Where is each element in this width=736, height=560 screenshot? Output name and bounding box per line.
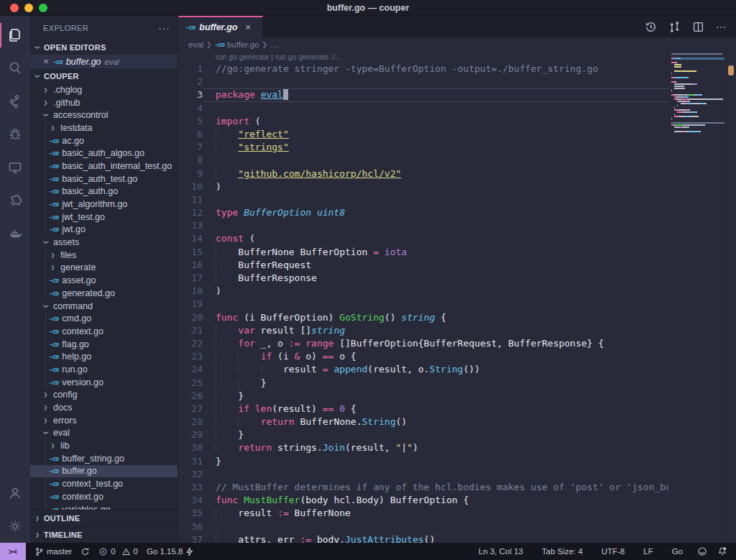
tree-file-basic_auth_algos.go[interactable]: -cobasic_auth_algos.go [30, 147, 178, 160]
code-line: 11 [178, 193, 736, 206]
line-number: 20 [178, 311, 203, 324]
tree-file-version.go[interactable]: -coversion.go [30, 376, 178, 389]
tree-file-cmd.go[interactable]: -cocmd.go [30, 312, 178, 325]
tree-file-help.go[interactable]: -cohelp.go [30, 350, 178, 363]
tree-file-basic_auth_test.go[interactable]: -cobasic_auth_test.go [30, 173, 178, 185]
sync-button[interactable] [76, 543, 94, 560]
tree-folder-eval[interactable]: ❯eval [30, 427, 178, 440]
tree-file-context.go[interactable]: -cocontext.go [30, 325, 178, 338]
accounts-icon[interactable] [0, 477, 30, 510]
tree-file-jwt.go[interactable]: -cojwt.go [30, 224, 178, 237]
cursor-position[interactable]: Ln 3, Col 13 [474, 543, 528, 560]
explorer-sidebar: EXPLORER ··· ❯ OPEN EDITORS ✕ -co buffer… [30, 16, 178, 543]
tree-folder-accesscontrol[interactable]: ❯accesscontrol [30, 109, 178, 121]
tree-file-jwt_test.go[interactable]: -cojwt_test.go [30, 211, 178, 224]
line-number: 22 [178, 337, 203, 350]
zoom-window-button[interactable] [39, 4, 47, 12]
tree-folder-testdata[interactable]: ❯testdata [30, 121, 178, 134]
tree-file-run.go[interactable]: -corun.go [30, 363, 178, 376]
explorer-more-actions-icon[interactable]: ··· [158, 22, 170, 34]
breadcrumb-folder[interactable]: eval [188, 40, 203, 49]
search-icon[interactable] [0, 52, 30, 85]
go-file-icon: -co [49, 277, 58, 284]
overview-ruler[interactable] [726, 51, 736, 543]
notifications-bell-icon[interactable] [717, 546, 727, 556]
line-number: 17 [178, 272, 203, 285]
close-icon[interactable]: ✕ [43, 58, 49, 65]
chevron-right-icon: ❯ [49, 124, 57, 132]
tree-item-label: ac.go [62, 136, 84, 146]
open-editor-item[interactable]: ✕ -co buffer.go eval [30, 55, 178, 68]
tree-folder-.github[interactable]: ❯.github [30, 96, 178, 109]
remote-indicator[interactable]: >< [0, 543, 26, 560]
tree-folder-errors[interactable]: ❯errors [30, 414, 178, 427]
tree-folder-config[interactable]: ❯config [30, 389, 178, 402]
tree-file-asset.go[interactable]: -coasset.go [30, 274, 178, 287]
line-number: 3 [178, 88, 203, 101]
minimize-window-button[interactable] [24, 4, 33, 12]
tree-folder-command[interactable]: ❯command [30, 300, 178, 313]
tree-file-jwt_algorithm.go[interactable]: -cojwt_algorithm.go [30, 198, 178, 211]
problems-item[interactable]: 0 0 [94, 543, 142, 560]
explorer-icon[interactable] [0, 19, 30, 52]
tree-file-buffer_string.go[interactable]: -cobuffer_string.go [30, 452, 178, 465]
go-file-icon: -co [49, 480, 58, 487]
breadcrumb-file[interactable]: buffer.go [227, 40, 259, 49]
tree-folder-docs[interactable]: ❯docs [30, 401, 178, 414]
tree-folder-files[interactable]: ❯files [30, 249, 178, 262]
source-control-icon[interactable] [0, 85, 30, 118]
codelens-link[interactable]: run go generate | run go generate ./... [178, 51, 736, 63]
tree-item-label: files [60, 250, 76, 260]
docker-icon[interactable] [0, 217, 30, 250]
tab-buffer-go[interactable]: -co buffer.go ✕ [178, 16, 263, 37]
outline-section[interactable]: ❯ OUTLINE [30, 510, 178, 526]
language-mode[interactable]: Go [668, 543, 687, 560]
encoding-indicator[interactable]: UTF-8 [597, 543, 630, 560]
tree-file-context_test.go[interactable]: -cocontext_test.go [30, 477, 178, 490]
tree-file-flag.go[interactable]: -coflag.go [30, 338, 178, 351]
minimap-content [671, 53, 724, 132]
go-version-item[interactable]: Go 1.15.8 [142, 543, 198, 560]
tree-file-basic_auth_internal_test.go[interactable]: -cobasic_auth_internal_test.go [30, 160, 178, 173]
go-file-icon: -co [215, 41, 224, 48]
open-editors-section[interactable]: ❯ OPEN EDITORS [30, 40, 178, 55]
tree-file-context.go[interactable]: -cocontext.go [30, 490, 178, 503]
timeline-label: TIMELINE [44, 531, 83, 539]
eol-indicator[interactable]: LF [639, 543, 657, 560]
tree-file-variables.go[interactable]: -covariables.go [30, 503, 178, 510]
settings-gear-icon[interactable] [0, 510, 30, 543]
tree-file-basic_auth.go[interactable]: -cobasic_auth.go [30, 185, 178, 198]
tree-folder-.chglog[interactable]: ❯.chglog [30, 83, 178, 96]
chevron-down-icon: ❯ [42, 239, 50, 247]
branch-name: master [47, 547, 72, 556]
code-line: 18) [178, 285, 736, 298]
tree-folder-generate[interactable]: ❯generate [30, 262, 178, 275]
tab-size-indicator[interactable]: Tab Size: 4 [538, 543, 587, 560]
timeline-section[interactable]: ❯ TIMELINE [30, 526, 178, 543]
tree-file-buffer.go[interactable]: -cobuffer.go [30, 465, 178, 478]
tree-item-label: basic_auth_algos.go [62, 148, 144, 158]
extensions-icon[interactable] [0, 184, 30, 217]
more-actions-icon[interactable]: ··· [716, 21, 726, 32]
minimap[interactable] [668, 51, 726, 543]
remote-explorer-icon[interactable] [0, 151, 30, 184]
code-line: 27 if len(result) == 0 { [178, 403, 736, 416]
breadcrumb-more[interactable]: … [270, 40, 279, 49]
tree-folder-lib[interactable]: ❯lib [30, 439, 178, 452]
feedback-icon[interactable] [697, 546, 707, 556]
tree-file-generated.go[interactable]: -cogenerated.go [30, 287, 178, 300]
tab-close-icon[interactable]: ✕ [245, 23, 252, 32]
code-editor[interactable]: run go generate | run go generate ./... … [178, 51, 736, 543]
close-window-button[interactable] [10, 4, 19, 12]
split-editor-icon[interactable] [692, 21, 704, 33]
timeline-history-icon[interactable] [645, 21, 657, 33]
debug-icon[interactable] [0, 118, 30, 151]
chevron-right-icon: ❯ [206, 41, 212, 48]
compare-changes-icon[interactable] [668, 21, 681, 33]
project-section[interactable]: ❯ COUPER [30, 68, 178, 83]
tree-file-ac.go[interactable]: -coac.go [30, 134, 178, 147]
tree-folder-assets[interactable]: ❯assets [30, 236, 178, 249]
go-file-icon: -co [52, 58, 62, 65]
git-branch-item[interactable]: master [30, 543, 76, 560]
outline-label: OUTLINE [44, 514, 80, 523]
